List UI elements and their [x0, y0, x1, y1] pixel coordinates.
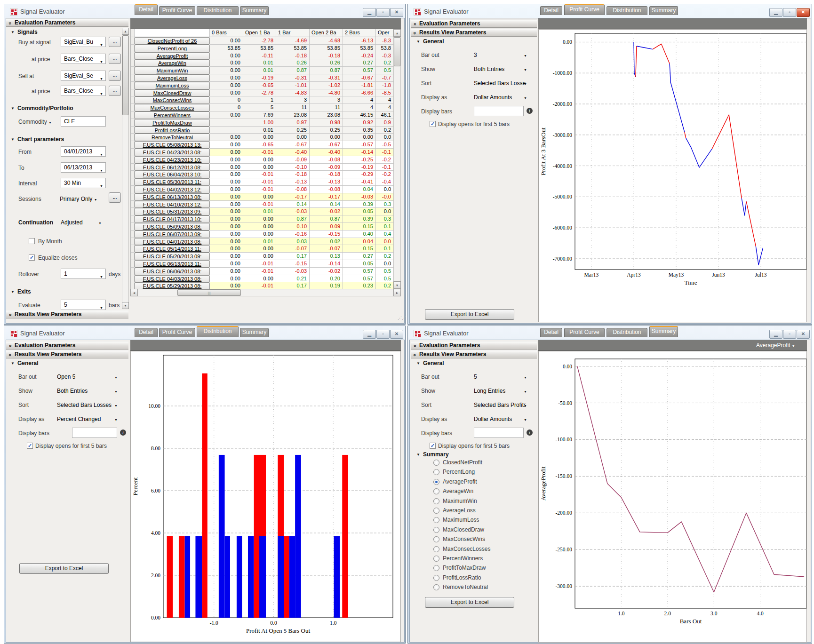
buy-price-browse-button[interactable]: ...	[109, 54, 121, 64]
row-label-button[interactable]: F.US.CLE 04/02/2013 12:	[135, 186, 210, 193]
to-date-dropdown[interactable]: 06/13/2013▼	[61, 162, 106, 173]
evaluation-parameters-header[interactable]: » Evaluation Parameters	[6, 18, 128, 27]
sell-signal-dropdown[interactable]: SigEval_Se▼	[61, 71, 106, 81]
table-scroll-down-icon[interactable]: ▼	[393, 281, 401, 289]
results-view-parameters-header[interactable]: » Results View Parameters	[411, 28, 537, 37]
row-label-button[interactable]: F.US.CLE 05/09/2013 08:	[135, 223, 210, 231]
row-label-button[interactable]: F.US.CLE 04/17/2013 10:	[135, 215, 210, 223]
row-label-button[interactable]: AverageLoss	[135, 74, 210, 82]
sessions-dropdown[interactable]: Primary Only ▼	[60, 196, 97, 202]
buy-signal-browse-button[interactable]: ...	[109, 37, 121, 47]
row-label-button[interactable]: F.US.CLE 06/04/2013 10:	[135, 171, 210, 178]
bar-out-dropdown[interactable]: 5	[474, 374, 477, 380]
close-button[interactable]: ✕	[797, 8, 810, 17]
row-label-button[interactable]: MaximumWin	[135, 67, 210, 74]
row-label-button[interactable]: F.US.CLE 06/07/2013 09:	[135, 231, 210, 238]
show-dropdown[interactable]: Both Entries	[57, 388, 88, 394]
tab-detail[interactable]: Detail	[540, 328, 562, 337]
evaluation-parameters-header[interactable]: » Evaluation Parameters	[411, 341, 537, 350]
minimize-button[interactable]: ▁	[769, 8, 782, 17]
radio-closednetprofit[interactable]	[433, 460, 439, 466]
info-icon[interactable]: i	[527, 108, 533, 114]
export-to-excel-button[interactable]: Export to Excel	[425, 309, 514, 320]
tab-detail[interactable]: Detail	[135, 4, 158, 15]
panel-scrollbar-thumb[interactable]	[122, 35, 128, 115]
row-label-button[interactable]: AverageWin	[135, 59, 210, 67]
row-label-button[interactable]: MaxConsecLosses	[135, 104, 210, 111]
results-view-parameters-header[interactable]: » Results View Parameters	[411, 350, 537, 358]
row-label-button[interactable]: MaxConsecWins	[135, 96, 210, 104]
table-header-cell-1-bar[interactable]: 1 Bar	[276, 29, 310, 37]
row-label-button[interactable]: MaximumLoss	[135, 82, 210, 89]
show-dropdown[interactable]: Long Entries	[474, 388, 505, 394]
radio-maximumwin[interactable]	[433, 498, 439, 504]
row-label-button[interactable]: F.US.CLE 04/23/2013 08:	[135, 149, 210, 156]
general-section-header[interactable]: ▼General	[416, 38, 444, 45]
tab-summary[interactable]: Summary	[240, 328, 269, 337]
show-dropdown[interactable]: Both Entries	[474, 66, 504, 72]
display-opens-checkbox[interactable]: ✓	[27, 443, 33, 449]
row-label-button[interactable]: F.US.CLE 04/03/2013 08:	[135, 275, 210, 283]
tab-distribution[interactable]: Distribution	[197, 6, 239, 15]
radio-profitlossratio[interactable]	[433, 575, 439, 581]
export-to-excel-button[interactable]: Export to Excel	[19, 563, 109, 574]
from-date-dropdown[interactable]: 04/01/2013▼	[61, 146, 106, 157]
row-label-button[interactable]: F.US.CLE 05/20/2013 09:	[135, 253, 210, 260]
chart-parameters-section-header[interactable]: ▼Chart parameters	[11, 136, 64, 143]
maximize-button[interactable]: ▫	[376, 330, 390, 339]
tab-distribution[interactable]: Distribution	[607, 328, 647, 337]
general-section-header[interactable]: ▼General	[416, 360, 444, 366]
bar-out-dropdown[interactable]: 3	[474, 52, 477, 58]
sell-price-dropdown[interactable]: Bars_Close▼	[61, 86, 106, 96]
row-label-button[interactable]: F.US.CLE 04/01/2013 08:	[135, 238, 210, 246]
row-label-button[interactable]: MaxClosedDraw	[135, 89, 210, 97]
exits-section-header[interactable]: ▼Exits	[11, 288, 31, 295]
display-as-dropdown[interactable]: Dollar Amounts	[474, 94, 512, 101]
close-button[interactable]: ✕	[390, 8, 403, 17]
tab-detail[interactable]: Detail	[540, 6, 562, 15]
row-label-button[interactable]: F.US.CLE 05/29/2013 08:	[135, 282, 210, 289]
general-section-header[interactable]: ▼General	[11, 360, 39, 366]
minimize-button[interactable]: ▁	[363, 330, 376, 339]
results-view-parameters-header[interactable]: » Results View Parameters	[6, 350, 128, 358]
table-vscrollbar-thumb[interactable]	[394, 37, 400, 66]
info-icon[interactable]: i	[527, 429, 533, 436]
maximize-button[interactable]: ▫	[783, 8, 796, 17]
table-header-cell-open-1-ba[interactable]: Open 1 Ba	[243, 29, 276, 37]
panel-scroll-down-icon[interactable]: ▼	[122, 302, 129, 309]
row-label-button[interactable]: RemoveToNeutral	[135, 134, 210, 141]
table-header-cell-0-bars[interactable]: 0 Bars	[210, 29, 243, 37]
sell-signal-browse-button[interactable]: ...	[109, 71, 121, 81]
tab-summary[interactable]: Summary	[649, 326, 678, 337]
table-header-cell-2-bars[interactable]: 2 Bars	[343, 29, 376, 37]
row-label-button[interactable]: F.US.CLE 05/30/2013 11:	[135, 178, 210, 186]
radio-averageloss[interactable]	[433, 508, 439, 514]
row-label-button[interactable]: F.US.CLE 05/31/2013 09:	[135, 208, 210, 215]
by-month-checkbox[interactable]	[29, 238, 35, 244]
tab-profit-curve[interactable]: Profit Curve	[564, 4, 605, 15]
sort-dropdown[interactable]: Selected Bars Losses	[474, 80, 526, 87]
bar-out-dropdown[interactable]: Open 5	[57, 374, 75, 380]
table-scroll-left-icon[interactable]: ◄	[130, 289, 138, 296]
row-label-button[interactable]: ClosedNetProfit of 26	[135, 37, 210, 45]
signals-section-header[interactable]: ▼Signals	[11, 29, 38, 35]
tab-profit-curve[interactable]: Profit Curve	[159, 328, 195, 337]
interval-dropdown[interactable]: 30 Min▼	[61, 178, 106, 188]
results-view-parameters-header[interactable]: » Results View Parameters	[6, 310, 128, 318]
rollover-dropdown[interactable]: 1▼	[61, 269, 106, 279]
buy-signal-dropdown[interactable]: SigEval_Bu▼	[61, 37, 106, 47]
row-label-button[interactable]: F.US.CLE 06/13/2013 11:	[135, 260, 210, 268]
row-label-button[interactable]: PercentLong	[135, 45, 210, 52]
row-label-button[interactable]: ProfitLossRatio	[135, 127, 210, 134]
table-scroll-up-icon[interactable]: ▲	[393, 29, 401, 37]
tab-detail[interactable]: Detail	[135, 328, 158, 337]
summary-section-header[interactable]: ▼Summary	[416, 451, 449, 458]
evaluation-parameters-header[interactable]: » Evaluation Parameters	[411, 19, 537, 28]
row-label-button[interactable]: F.US.CLE 04/23/2013 10:	[135, 156, 210, 164]
commodity-label[interactable]: Commodity ▼	[18, 119, 52, 125]
tab-profit-curve[interactable]: Profit Curve	[159, 6, 195, 15]
sort-dropdown[interactable]: Selected Bars Profits	[474, 402, 526, 408]
tab-distribution[interactable]: Distribution	[197, 326, 239, 337]
tab-profit-curve[interactable]: Profit Curve	[564, 328, 605, 337]
table-scroll-right-icon[interactable]: ►	[393, 289, 401, 296]
